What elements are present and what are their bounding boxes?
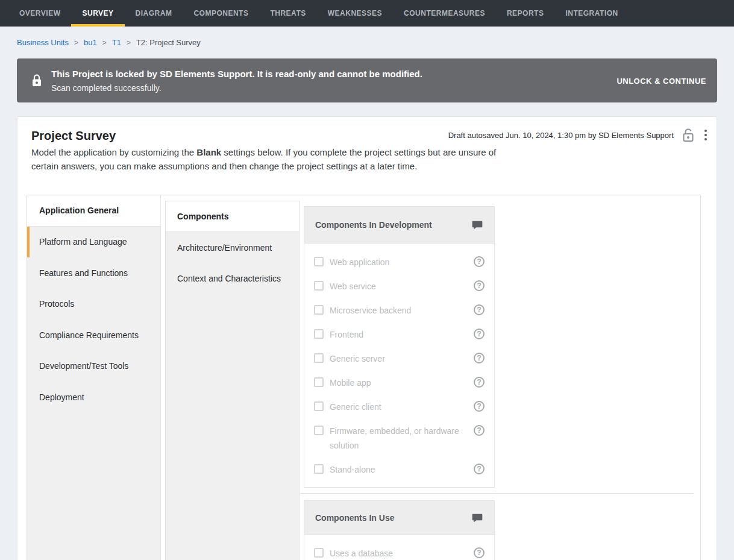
help-icon[interactable]: ? — [474, 256, 485, 267]
breadcrumb-link[interactable]: bu1 — [84, 38, 97, 47]
checkbox-row: Firmware, embedded, or hardware solution… — [304, 419, 494, 458]
help-icon[interactable]: ? — [474, 353, 485, 363]
panel-body: Uses a database? — [304, 535, 494, 560]
panel-header: Components In Use — [304, 501, 494, 535]
checkbox[interactable] — [314, 401, 324, 411]
help-icon[interactable]: ? — [474, 425, 485, 436]
panel-header: Components In Development — [304, 207, 494, 244]
panel-title: Components In Development — [315, 220, 432, 230]
sidebar-item-label: Development/Test Tools — [39, 361, 128, 371]
unlock-continue-button[interactable]: UNLOCK & CONTINUE — [616, 76, 706, 85]
sidebar-item-compliance-requirements[interactable]: Compliance Requirements — [27, 319, 160, 351]
sidebar-item-label: Protocols — [39, 299, 74, 309]
sidebar-item-application-general[interactable]: Application General — [27, 195, 160, 227]
checkbox-row: Generic server? — [304, 347, 494, 371]
more-options-icon[interactable] — [703, 128, 709, 142]
checkbox[interactable] — [314, 305, 324, 315]
survey-area: Application GeneralPlatform and Language… — [27, 195, 701, 560]
breadcrumb-separator: > — [127, 39, 131, 47]
tab-components[interactable]: COMPONENTS — [183, 0, 259, 27]
tab-survey[interactable]: SURVEY — [71, 0, 124, 27]
sidebar-item-platform-and-language[interactable]: Platform and Language — [27, 227, 160, 258]
breadcrumb-current: T2: Project Survey — [136, 38, 201, 47]
checkbox[interactable] — [314, 548, 324, 558]
tab-integration[interactable]: INTEGRATION — [554, 0, 629, 27]
subsection-item-architecture-environment[interactable]: Architecture/Environment — [166, 232, 299, 263]
checkbox[interactable] — [314, 353, 324, 363]
checkbox[interactable] — [314, 426, 324, 435]
sidebar-item-label: Compliance Requirements — [39, 330, 139, 340]
checkbox-label: Uses a database — [330, 546, 474, 560]
breadcrumb-separator: > — [74, 39, 78, 47]
panel-body: Web application?Web service?Microservice… — [304, 244, 494, 487]
tab-weaknesses[interactable]: WEAKNESSES — [317, 0, 393, 27]
sidebar-item-label: Features and Functions — [39, 268, 128, 278]
lock-open-icon — [682, 128, 695, 142]
help-icon[interactable]: ? — [474, 547, 485, 558]
panel-title: Components In Use — [315, 513, 394, 523]
sidebar-item-protocols[interactable]: Protocols — [27, 289, 160, 320]
checkbox-label: Firmware, embedded, or hardware solution — [330, 424, 474, 453]
lock-icon — [31, 74, 42, 87]
section-list: Application GeneralPlatform and Language… — [27, 195, 161, 560]
checkbox[interactable] — [314, 257, 324, 266]
header-meta: Draft autosaved Jun. 10, 2024, 1:30 pm b… — [448, 128, 709, 142]
breadcrumb-separator: > — [102, 39, 107, 47]
top-navigation: OVERVIEWSURVEYDIAGRAMCOMPONENTSTHREATSWE… — [0, 0, 734, 27]
sidebar-item-development-test-tools[interactable]: Development/Test Tools — [27, 351, 160, 382]
subsection-item-label: Architecture/Environment — [177, 243, 272, 253]
checkbox-row: Microservice backend? — [304, 298, 494, 322]
checkbox-label: Web application — [330, 255, 474, 269]
help-icon[interactable]: ? — [474, 280, 485, 291]
sidebar-item-features-and-functions[interactable]: Features and Functions — [27, 257, 160, 289]
checkbox-label: Microservice backend — [330, 303, 474, 318]
tab-reports[interactable]: REPORTS — [496, 0, 555, 27]
checkbox[interactable] — [314, 329, 324, 339]
checkbox-row: Mobile app? — [304, 371, 494, 395]
help-icon[interactable]: ? — [474, 464, 485, 474]
subsection-item-components[interactable]: Components — [166, 201, 299, 232]
tab-countermeasures[interactable]: COUNTERMEASURES — [393, 0, 496, 27]
sidebar-item-label: Deployment — [39, 392, 84, 402]
panel-divider — [300, 493, 694, 494]
sidebar-item-label: Application General — [39, 206, 119, 215]
breadcrumb-link[interactable]: T1 — [112, 38, 121, 47]
comment-icon[interactable] — [471, 219, 483, 231]
comment-icon[interactable] — [471, 512, 483, 524]
help-icon[interactable]: ? — [474, 304, 485, 315]
checkbox[interactable] — [314, 281, 324, 291]
survey-description: Model the application by customizing the… — [31, 145, 509, 173]
tab-overview[interactable]: OVERVIEW — [8, 0, 71, 27]
checkbox[interactable] — [314, 377, 324, 387]
checkbox-label: Generic server — [330, 351, 474, 366]
tab-diagram[interactable]: DIAGRAM — [125, 0, 183, 27]
checkbox-row: Generic client? — [304, 395, 494, 419]
question-panel: Components In UseUses a database? — [304, 500, 495, 560]
project-survey-card: Project Survey Draft autosaved Jun. 10, … — [17, 116, 717, 560]
sidebar-item-label: Platform and Language — [39, 237, 127, 247]
breadcrumb-link[interactable]: Business Units — [17, 38, 69, 47]
checkbox-row: Stand-alone? — [304, 458, 494, 482]
checkbox-row: Web service? — [304, 274, 494, 298]
checkbox[interactable] — [314, 464, 324, 474]
breadcrumb: Business Units>bu1>T1>T2: Project Survey — [0, 27, 734, 58]
lock-banner-subtitle: Scan completed successfully. — [51, 83, 422, 93]
help-icon[interactable]: ? — [474, 401, 485, 412]
checkbox-row: Frontend? — [304, 322, 494, 347]
tab-threats[interactable]: THREATS — [259, 0, 316, 27]
subsection-item-context-and-characteristics[interactable]: Context and Characteristics — [166, 263, 299, 294]
lock-banner-title: This Project is locked by SD Elements Su… — [51, 69, 422, 79]
checkbox-label: Stand-alone — [330, 462, 474, 477]
subsection-list: ComponentsArchitecture/EnvironmentContex… — [165, 201, 300, 560]
help-icon[interactable]: ? — [474, 329, 485, 339]
checkbox-row: Uses a database? — [304, 541, 494, 560]
checkbox-label: Frontend — [330, 327, 474, 342]
checkbox-row: Web application? — [304, 250, 494, 274]
checkbox-label: Generic client — [330, 400, 474, 414]
sidebar-item-deployment[interactable]: Deployment — [27, 382, 160, 413]
question-panel: Components In DevelopmentWeb application… — [304, 206, 495, 488]
help-icon[interactable]: ? — [474, 377, 485, 388]
autosave-status: Draft autosaved Jun. 10, 2024, 1:30 pm b… — [448, 131, 674, 140]
lock-banner: This Project is locked by SD Elements Su… — [17, 58, 717, 102]
subsection-item-label: Components — [177, 212, 229, 221]
